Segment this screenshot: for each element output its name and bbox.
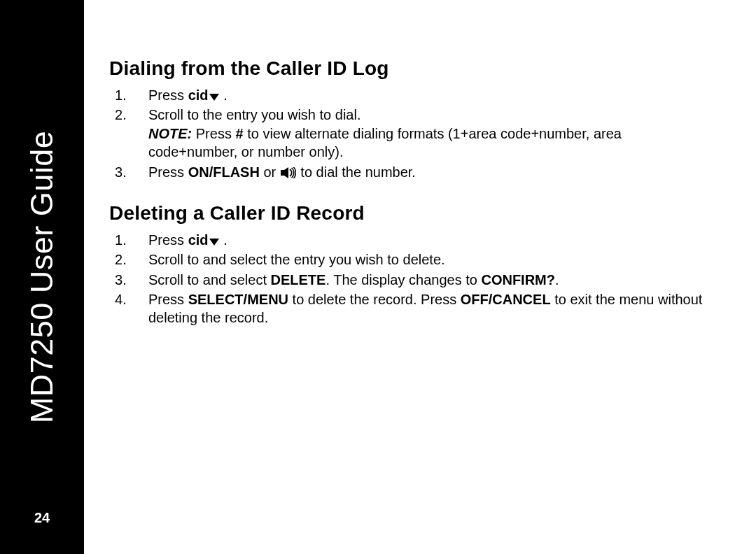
list-item: Scroll to and select DELETE. The display… xyxy=(109,271,714,289)
note-label: NOTE: xyxy=(148,126,192,141)
key-label: SELECT/MENU xyxy=(188,292,288,307)
section-heading: Deleting a Caller ID Record xyxy=(109,201,714,227)
speaker-icon xyxy=(281,167,296,178)
step-text: Press xyxy=(148,232,188,248)
key-label: cid xyxy=(188,87,209,103)
step-text: Press xyxy=(148,292,188,307)
step-text: Scroll to and select the entry you wish … xyxy=(148,252,445,267)
list-item: Press SELECT/MENU to delete the record. … xyxy=(109,290,714,327)
key-label: OFF/CANCEL xyxy=(461,292,551,307)
step-list: Press cid . Scroll to and select the ent… xyxy=(109,231,714,327)
list-item: Press ON/FLASH or to dial the number. xyxy=(109,163,714,181)
document-title: MD7250 User Guide xyxy=(24,131,60,424)
key-label: DELETE xyxy=(271,272,326,287)
step-text: . xyxy=(555,272,559,287)
key-label: CONFIRM? xyxy=(481,272,555,287)
key-label: # xyxy=(235,126,243,141)
step-text: to delete the record. Press xyxy=(288,292,461,307)
main-content: Dialing from the Caller ID Log Press cid… xyxy=(84,0,756,554)
step-text: Scroll to the entry you wish to dial. xyxy=(148,107,360,122)
step-text: . xyxy=(220,232,227,248)
page-number: 24 xyxy=(0,510,84,526)
svg-rect-0 xyxy=(281,170,284,176)
step-text: . The display changes to xyxy=(326,272,481,287)
step-text: to dial the number. xyxy=(297,164,416,180)
step-text: Press xyxy=(148,164,188,180)
section-heading: Dialing from the Caller ID Log xyxy=(109,56,714,82)
sidebar: MD7250 User Guide 24 xyxy=(0,0,84,554)
key-label: cid xyxy=(188,232,209,248)
document-page: MD7250 User Guide 24 Dialing from the Ca… xyxy=(0,0,756,554)
key-label: ON/FLASH xyxy=(188,164,260,180)
list-item: Press cid . xyxy=(109,231,714,249)
step-text: or xyxy=(260,164,280,180)
arrow-down-icon xyxy=(209,94,219,101)
arrow-down-icon xyxy=(209,239,219,246)
list-item: Press cid . xyxy=(109,86,714,104)
svg-marker-1 xyxy=(284,167,288,178)
step-text: . xyxy=(220,87,227,103)
step-list: Press cid . Scroll to the entry you wish… xyxy=(109,86,714,181)
step-text: Press xyxy=(192,126,235,141)
list-item: Scroll to and select the entry you wish … xyxy=(109,250,714,269)
list-item: Scroll to the entry you wish to dial. NO… xyxy=(109,106,714,161)
step-text: Press xyxy=(148,87,188,103)
step-text: Scroll to and select xyxy=(148,272,271,287)
